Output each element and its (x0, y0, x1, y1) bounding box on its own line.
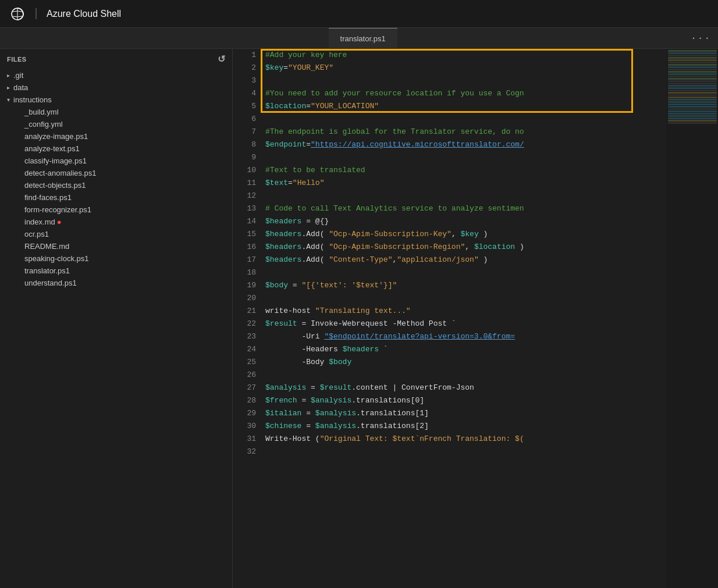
line-number: 28 (233, 394, 256, 407)
token: $analysis (265, 383, 306, 392)
line-number: 15 (233, 228, 256, 241)
line-number: 24 (233, 343, 256, 356)
sidebar-item-analyze-image[interactable]: analyze-image.ps1 (0, 130, 232, 142)
refresh-button[interactable]: ↺ (218, 54, 226, 65)
sidebar-item-label: analyze-image.ps1 (24, 132, 88, 141)
token: .translations[2] (356, 422, 429, 430)
sidebar-item-form-recognizer[interactable]: form-recognizer.ps1 (0, 204, 232, 216)
sidebar-item-translator[interactable]: translator.ps1 (0, 265, 232, 277)
token: "Ocp-Apim-Subscription-Region" (329, 243, 465, 251)
code-lines: #Add your key here$key="YOUR_KEY" #You n… (265, 49, 667, 458)
mini-line (668, 117, 717, 119)
sidebar-item-detect-objects[interactable]: detect-objects.ps1 (0, 179, 232, 191)
sidebar-item-ocr[interactable]: ocr.ps1 (0, 228, 232, 240)
code-line: $headers.Add( "Ocp-Apim-Subscription-Reg… (265, 241, 667, 254)
modified-indicator: ● (57, 218, 62, 226)
sidebar-item-index-md[interactable]: index.md● (0, 216, 232, 228)
sidebar-item-label: data (13, 83, 28, 92)
sidebar-item-instructions[interactable]: ▾instructions (0, 94, 232, 106)
token: .content | ConvertFrom-Json (351, 383, 474, 392)
token: -Body (265, 358, 329, 366)
code-line (265, 151, 667, 164)
token: #Add your key here (265, 51, 347, 59)
sidebar-item-label: ocr.ps1 (24, 230, 49, 238)
line-number: 23 (233, 330, 256, 343)
token: $text (265, 179, 288, 187)
code-line: #You need to add your resource location … (265, 87, 667, 100)
sidebar-item-find-faces[interactable]: find-faces.ps1 (0, 191, 232, 204)
sidebar-header: FILES ↺ (0, 49, 232, 69)
tabbar: translator.ps1 ··· (0, 28, 718, 49)
line-number: 20 (233, 292, 256, 305)
mini-line (668, 71, 717, 73)
token: ) (479, 230, 488, 238)
mini-line (668, 99, 717, 101)
sidebar-item-git[interactable]: ▸.git (0, 69, 232, 81)
code-line (265, 446, 667, 458)
sidebar-item-label: understand.ps1 (24, 279, 77, 287)
token: = (306, 383, 319, 392)
sidebar-item-label: find-faces.ps1 (24, 193, 72, 202)
tab-label: translator.ps1 (340, 34, 386, 43)
token: ` (379, 345, 388, 354)
line-number: 31 (233, 433, 256, 446)
more-options[interactable]: ··· (691, 33, 718, 44)
minimap (667, 49, 718, 588)
token: "Content-Type" (329, 255, 392, 264)
token: Write-Host ( (265, 434, 320, 443)
sidebar-item-readme[interactable]: README.md (0, 240, 232, 252)
token: = (288, 281, 301, 290)
token: $italian (265, 409, 301, 418)
line-number: 29 (233, 407, 256, 420)
sidebar-item-config-yml[interactable]: _config.yml (0, 118, 232, 130)
token: write-host (265, 307, 315, 315)
folder-arrow-icon: ▸ (7, 72, 10, 79)
token: "Translating text..." (315, 307, 411, 315)
sidebar-item-label: translator.ps1 (24, 266, 70, 275)
sidebar-item-label: _build.yml (24, 108, 59, 116)
line-number: 22 (233, 318, 256, 330)
shell-icon (9, 6, 26, 22)
sidebar-item-label: .git (13, 71, 23, 80)
code-line: #The endpoint is global for the Translat… (265, 126, 667, 138)
code-line: -Body $body (265, 356, 667, 369)
token: = (288, 179, 293, 187)
code-line (265, 190, 667, 202)
token: # Code to call Text Analytics service to… (265, 204, 524, 213)
sidebar-item-classify-image[interactable]: classify-image.ps1 (0, 155, 232, 167)
sidebar-item-label: detect-anomalies.ps1 (24, 169, 97, 177)
code-line: $italian = $analysis.translations[1] (265, 407, 667, 420)
sidebar-item-analyze-text[interactable]: analyze-text.ps1 (0, 142, 232, 155)
token: = (283, 63, 288, 72)
mini-line (668, 73, 717, 75)
sidebar-item-build-yml[interactable]: _build.yml (0, 106, 232, 118)
token: "https://api.cognitive.microsofttranslat… (311, 140, 524, 149)
mini-line (668, 66, 717, 68)
mini-line (668, 108, 717, 110)
line-number: 5 (233, 100, 256, 113)
token: $headers (265, 255, 301, 264)
mini-line (668, 52, 717, 54)
token: $headers (265, 243, 301, 251)
mini-line (668, 83, 717, 84)
token: .Add( (301, 243, 329, 251)
sidebar-item-data[interactable]: ▸data (0, 81, 232, 94)
token: $result (320, 383, 352, 392)
folder-arrow-icon: ▾ (7, 97, 10, 103)
token: if you use a Cogn (442, 89, 524, 98)
token: $headers (265, 217, 301, 226)
line-number: 17 (233, 254, 256, 266)
token: "YOUR_LOCATION" (311, 102, 379, 111)
code-line: # Code to call Text Analytics service to… (265, 202, 667, 215)
token: .Add( (301, 255, 329, 264)
token: "[{'text': '$text'}]" (301, 281, 397, 290)
token: #You need to add your resource location (265, 89, 442, 98)
mini-line (668, 94, 717, 96)
token: $body (329, 358, 351, 366)
file-sidebar: FILES ↺ ▸.git▸data▾instructions_build.ym… (0, 49, 233, 588)
sidebar-item-speaking-clock[interactable]: speaking-clock.ps1 (0, 252, 232, 265)
editor-tab[interactable]: translator.ps1 (329, 28, 397, 49)
code-content[interactable]: #Add your key here$key="YOUR_KEY" #You n… (261, 49, 667, 588)
sidebar-item-understand[interactable]: understand.ps1 (0, 277, 232, 289)
sidebar-item-detect-anomalies[interactable]: detect-anomalies.ps1 (0, 167, 232, 179)
